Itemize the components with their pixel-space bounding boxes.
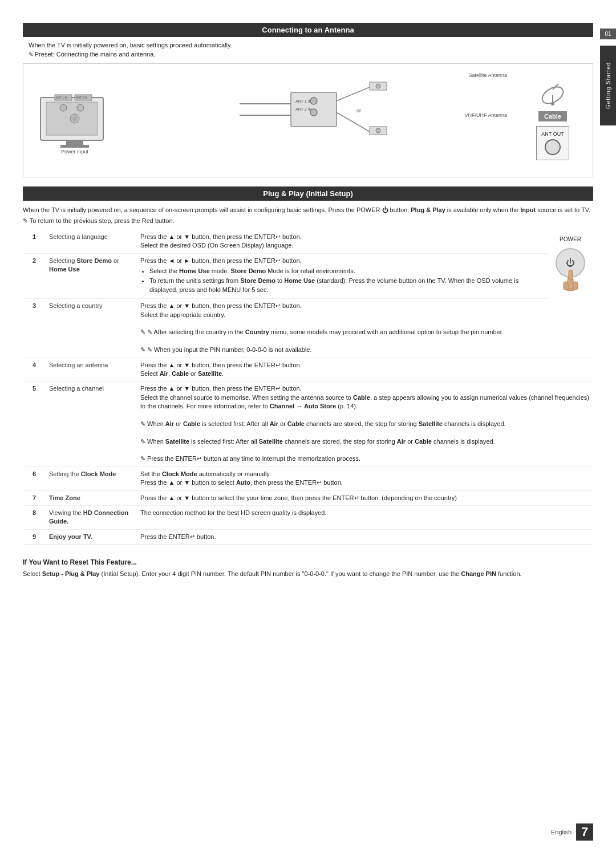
svg-rect-3 bbox=[60, 145, 89, 148]
svg-point-5 bbox=[72, 116, 77, 121]
svg-rect-35 bbox=[573, 282, 578, 290]
svg-rect-34 bbox=[564, 282, 568, 290]
footer-page: 7 bbox=[576, 823, 593, 841]
svg-point-18 bbox=[310, 109, 317, 116]
steps-wrapper: 1 Selecting a language Press the ▲ or ▼ … bbox=[23, 230, 593, 551]
svg-text:ANT 2 IN: ANT 2 IN bbox=[295, 107, 312, 111]
step-label-8: Viewing the HD Connection Guide. bbox=[46, 506, 137, 530]
step-num-2: 2 bbox=[23, 253, 46, 299]
plug-play-note: ✎ To return to the previous step, press … bbox=[23, 217, 593, 225]
step-row-6: 6 Setting the Clock Mode Set the Clock M… bbox=[23, 466, 593, 490]
step-num-9: 9 bbox=[23, 529, 46, 544]
svg-point-29 bbox=[551, 102, 554, 106]
step-num-4: 4 bbox=[23, 358, 46, 382]
footer: English 7 bbox=[551, 823, 593, 841]
plug-play-section: Plug & Play (Initial Setup) When the TV … bbox=[23, 186, 593, 551]
step-desc-9: Press the ENTER↵ button. bbox=[137, 529, 593, 544]
reset-title: If You Want to Reset This Feature... bbox=[23, 558, 593, 566]
step-row-3: 3 Selecting a country Press the ▲ or ▼ b… bbox=[23, 299, 593, 358]
page-wrapper: Getting Started 01 Connecting to an Ante… bbox=[0, 0, 616, 852]
step-num-8: 8 bbox=[23, 506, 46, 530]
step-row-9: 9 Enjoy your TV. Press the ENTER↵ button… bbox=[23, 529, 593, 544]
antenna-intro: When the TV is initially powered on, bas… bbox=[29, 42, 593, 48]
step-label-2: Selecting Store Demo or Home Use bbox=[46, 253, 137, 299]
footer-lang: English bbox=[551, 829, 572, 835]
step-desc-8: The connection method for the best HD sc… bbox=[137, 506, 593, 530]
svg-point-25 bbox=[376, 128, 380, 133]
svg-text:⏻: ⏻ bbox=[566, 258, 575, 267]
svg-text:ANT 1 IN: ANT 1 IN bbox=[295, 99, 312, 103]
vhf-label: VHF/UHF Antenna bbox=[464, 112, 507, 118]
svg-point-11 bbox=[77, 104, 84, 111]
step-label-4: Selecting an antenna bbox=[46, 358, 137, 382]
step-num-7: 7 bbox=[23, 490, 46, 505]
step-num-5: 5 bbox=[23, 382, 46, 467]
step-desc-4: Press the ▲ or ▼ button, then press the … bbox=[137, 358, 593, 382]
step-num-6: 6 bbox=[23, 466, 46, 490]
antenna-section-header: Connecting to an Antenna bbox=[23, 23, 593, 37]
step-row-4: 4 Selecting an antenna Press the ▲ or ▼ … bbox=[23, 358, 593, 382]
step-row-8: 8 Viewing the HD Connection Guide. The c… bbox=[23, 506, 593, 530]
step-desc-6: Set the Clock Mode automatically or manu… bbox=[137, 466, 593, 490]
svg-text:or: or bbox=[356, 108, 361, 113]
svg-text:ANT 2 IN: ANT 2 IN bbox=[76, 96, 88, 99]
ant-out-box: ANT OUT bbox=[536, 126, 569, 160]
step-label-1: Selecting a language bbox=[46, 230, 137, 253]
step-row-2: 2 Selecting Store Demo or Home Use Press… bbox=[23, 253, 593, 299]
power-hand-cell: POWER ⏻ bbox=[548, 230, 593, 358]
step-desc-5: Press the ▲ or ▼ button, then press the … bbox=[137, 382, 593, 467]
wiring-area: ANT 1 IN ANT 2 IN or Satellite Antenna V… bbox=[115, 70, 524, 171]
power-input-label: Power Input bbox=[61, 149, 88, 155]
cable-label: Cable bbox=[538, 111, 567, 121]
step-label-5: Selecting a channel bbox=[46, 382, 137, 467]
reset-section: If You Want to Reset This Feature... Sel… bbox=[23, 558, 593, 579]
step-desc-3: Press the ▲ or ▼ button, then press the … bbox=[137, 299, 548, 358]
step-num-3: 3 bbox=[23, 299, 46, 358]
step-label-7: Time Zone bbox=[46, 490, 137, 505]
side-tab-number: 01 bbox=[600, 29, 616, 39]
power-label: POWER bbox=[551, 236, 590, 244]
ant-out-label: ANT OUT bbox=[541, 131, 564, 137]
svg-text:ANT 1 IN: ANT 1 IN bbox=[56, 96, 68, 99]
step-row-1: 1 Selecting a language Press the ▲ or ▼ … bbox=[23, 230, 593, 253]
satellite-label: Satellite Antenna bbox=[468, 72, 507, 78]
step-label-6: Setting the Clock Mode bbox=[46, 466, 137, 490]
tv-illustration: ANT 1 IN ANT 2 IN Power Input bbox=[35, 86, 115, 155]
svg-rect-36 bbox=[569, 270, 573, 280]
ant-out-port bbox=[545, 139, 561, 155]
svg-point-23 bbox=[376, 84, 380, 88]
plug-play-header: Plug & Play (Initial Setup) bbox=[23, 186, 593, 201]
step-row-7: 7 Time Zone Press the ▲ or ▼ button to s… bbox=[23, 490, 593, 505]
antenna-diagram: ANT 1 IN ANT 2 IN Power Input ANT 1 IN A… bbox=[23, 63, 593, 177]
step-label-9: Enjoy your TV. bbox=[46, 529, 137, 544]
cable-section: Cable ANT OUT bbox=[524, 81, 581, 160]
svg-point-10 bbox=[60, 104, 67, 111]
svg-line-20 bbox=[337, 112, 371, 132]
svg-rect-2 bbox=[66, 140, 83, 145]
svg-point-17 bbox=[310, 98, 317, 104]
step-desc-7: Press the ▲ or ▼ button to select the yo… bbox=[137, 490, 593, 505]
step-label-3: Selecting a country bbox=[46, 299, 137, 358]
svg-line-19 bbox=[337, 87, 371, 101]
side-tab-label: Getting Started bbox=[600, 46, 616, 125]
reset-text: Select Setup - Plug & Play (Initial Setu… bbox=[23, 569, 593, 579]
plug-play-intro: When the TV is initially powered on, a s… bbox=[23, 205, 593, 215]
steps-table: 1 Selecting a language Press the ▲ or ▼ … bbox=[23, 230, 593, 545]
antenna-note: Preset: Connecting the mains and antenna… bbox=[29, 51, 593, 58]
step-num-1: 1 bbox=[23, 230, 46, 253]
step-desc-2: Press the ◄ or ► button, then press the … bbox=[137, 253, 548, 299]
step-desc-1: Press the ▲ or ▼ button, then press the … bbox=[137, 230, 548, 253]
step-row-5: 5 Selecting a channel Press the ▲ or ▼ b… bbox=[23, 382, 593, 467]
